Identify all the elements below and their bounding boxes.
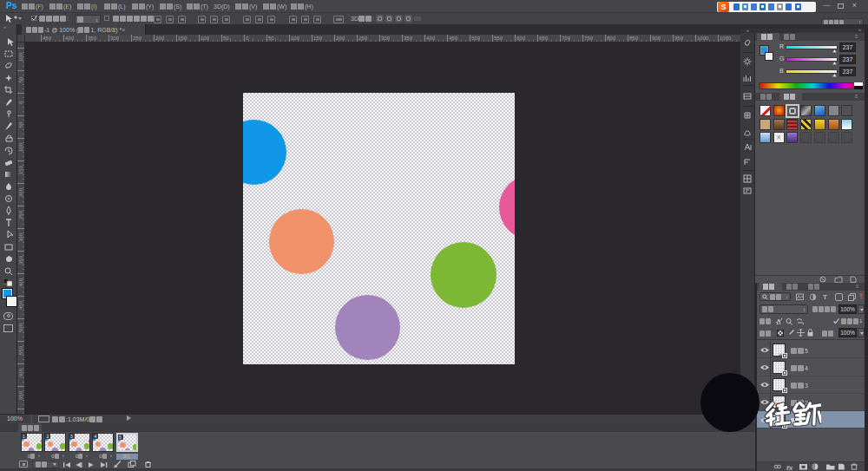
svg-text:fx: fx [786, 464, 793, 471]
